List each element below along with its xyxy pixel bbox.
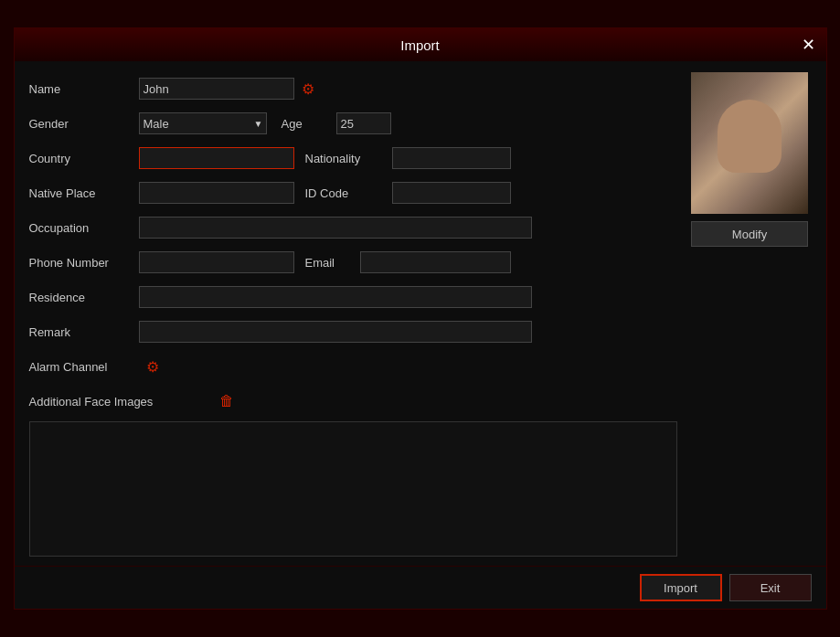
country-label: Country: [29, 152, 139, 165]
name-row: Name ⚙: [29, 72, 677, 105]
email-input[interactable]: [360, 251, 511, 273]
gender-select[interactable]: Male Female: [139, 112, 267, 134]
photo-placeholder: [691, 72, 808, 214]
trash-icon[interactable]: 🗑: [219, 393, 234, 409]
additional-face-label: Additional Face Images: [29, 395, 212, 409]
remark-row: Remark: [29, 315, 677, 348]
close-button[interactable]: ✕: [802, 37, 815, 53]
dialog-title: Import: [400, 37, 440, 53]
name-label: Name: [29, 82, 139, 96]
title-bar: Import ✕: [15, 28, 826, 61]
age-label: Age: [282, 117, 336, 131]
residence-input[interactable]: [139, 286, 532, 308]
residence-label: Residence: [29, 291, 139, 304]
bottom-bar: Import Exit: [15, 566, 826, 609]
remark-label: Remark: [29, 325, 139, 339]
phone-input[interactable]: [139, 251, 294, 273]
form-right: Modify: [688, 72, 812, 557]
email-label: Email: [305, 256, 360, 270]
photo-face: [718, 100, 782, 173]
phone-label: Phone Number: [29, 256, 139, 270]
exit-button[interactable]: Exit: [729, 574, 812, 601]
gender-select-wrap: Male Female ▼: [139, 112, 267, 134]
residence-row: Residence: [29, 281, 677, 313]
alarm-channel-label: Alarm Channel: [29, 360, 139, 374]
image-upload-area[interactable]: [29, 421, 677, 557]
alarm-channel-row: Alarm Channel ⚙: [29, 350, 677, 383]
modify-button[interactable]: Modify: [691, 221, 808, 247]
import-button[interactable]: Import: [640, 574, 722, 601]
phone-email-row: Phone Number Email: [29, 246, 677, 279]
occupation-input[interactable]: [139, 217, 532, 239]
form-left: Name ⚙ Gender Male Female ▼ Age: [29, 72, 677, 557]
name-input[interactable]: [139, 78, 294, 100]
id-code-label: ID Code: [305, 186, 392, 200]
photo-box: [691, 72, 808, 214]
gender-label: Gender: [29, 117, 139, 131]
native-place-row: Native Place ID Code: [29, 176, 677, 209]
occupation-label: Occupation: [29, 221, 139, 235]
gender-age-row: Gender Male Female ▼ Age: [29, 107, 677, 140]
form-grid: Name ⚙ Gender Male Female ▼ Age: [29, 72, 812, 557]
gear-icon[interactable]: ⚙: [302, 80, 314, 98]
import-dialog: Import ✕ Name ⚙ Gender Male: [14, 27, 827, 610]
nationality-input[interactable]: [392, 147, 511, 169]
id-code-input[interactable]: [392, 182, 511, 204]
occupation-row: Occupation: [29, 211, 677, 244]
country-input[interactable]: [139, 147, 294, 169]
additional-face-row: Additional Face Images 🗑: [29, 385, 677, 418]
alarm-channel-icon[interactable]: ⚙: [146, 358, 159, 376]
native-place-label: Native Place: [29, 186, 139, 200]
native-place-input[interactable]: [139, 182, 294, 204]
country-nationality-row: Country Nationality: [29, 142, 677, 175]
nationality-label: Nationality: [305, 152, 392, 165]
age-input[interactable]: [336, 112, 391, 134]
remark-input[interactable]: [139, 321, 532, 343]
dialog-body: Name ⚙ Gender Male Female ▼ Age: [15, 61, 826, 566]
